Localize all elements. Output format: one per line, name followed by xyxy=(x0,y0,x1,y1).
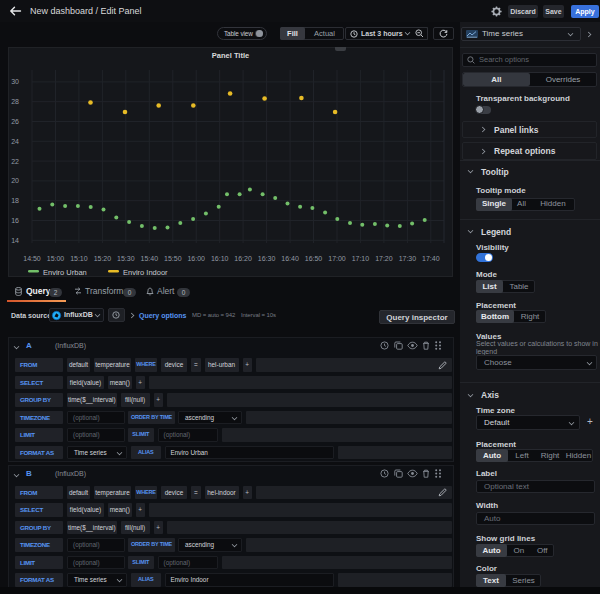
svg-text:26: 26 xyxy=(11,118,19,125)
svg-text:15:30: 15:30 xyxy=(117,255,135,262)
svg-text:17:10: 17:10 xyxy=(352,255,370,262)
svg-text:16:30: 16:30 xyxy=(258,255,276,262)
svg-text:14:50: 14:50 xyxy=(23,255,41,262)
svg-text:16:20: 16:20 xyxy=(234,255,252,262)
svg-text:15:50: 15:50 xyxy=(164,255,182,262)
svg-text:28: 28 xyxy=(11,98,19,105)
svg-text:18: 18 xyxy=(11,197,19,204)
svg-text:22: 22 xyxy=(11,158,19,165)
svg-text:16:00: 16:00 xyxy=(187,255,205,262)
svg-text:15:10: 15:10 xyxy=(70,255,88,262)
svg-text:17:00: 17:00 xyxy=(328,255,346,262)
svg-text:17:30: 17:30 xyxy=(399,255,417,262)
svg-text:17:40: 17:40 xyxy=(422,255,440,262)
svg-text:20: 20 xyxy=(11,177,19,184)
svg-text:15:40: 15:40 xyxy=(141,255,159,262)
svg-text:15:20: 15:20 xyxy=(94,255,112,262)
svg-text:14: 14 xyxy=(11,237,19,244)
svg-text:30: 30 xyxy=(11,78,19,85)
svg-text:15:00: 15:00 xyxy=(47,255,65,262)
svg-text:Enviro Indoor: Enviro Indoor xyxy=(123,268,168,277)
svg-text:16:40: 16:40 xyxy=(281,255,299,262)
svg-text:24: 24 xyxy=(11,138,19,145)
svg-text:17:20: 17:20 xyxy=(375,255,393,262)
svg-text:Enviro Urban: Enviro Urban xyxy=(43,268,87,277)
svg-text:16: 16 xyxy=(11,217,19,224)
svg-text:16:10: 16:10 xyxy=(211,255,229,262)
svg-text:16:50: 16:50 xyxy=(305,255,323,262)
